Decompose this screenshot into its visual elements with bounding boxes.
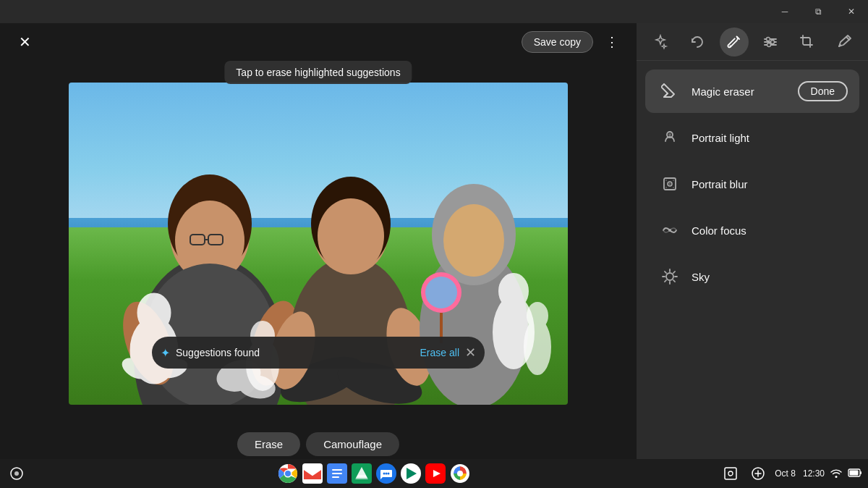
svg-point-83 xyxy=(728,471,733,476)
sky-icon xyxy=(657,264,683,290)
gmail-app-icon[interactable] xyxy=(302,463,323,484)
youtube-app-icon[interactable] xyxy=(425,463,446,484)
svg-point-50 xyxy=(665,187,667,188)
action-buttons: Erase Camouflage xyxy=(237,432,399,456)
markup-icon[interactable] xyxy=(830,28,859,56)
portrait-light-icon xyxy=(657,125,683,151)
svg-rect-82 xyxy=(725,468,736,479)
messages-app-icon[interactable] xyxy=(376,463,396,484)
svg-point-77 xyxy=(387,473,389,475)
svg-point-76 xyxy=(385,473,387,475)
svg-rect-72 xyxy=(332,476,339,478)
svg-point-20 xyxy=(443,204,504,277)
adjust-icon[interactable] xyxy=(756,28,785,56)
main-area: ✕ Save copy ⋮ Tap to erase highlighted s… xyxy=(0,23,868,459)
sky-tool[interactable]: Sky xyxy=(645,255,859,298)
svg-point-53 xyxy=(666,273,673,280)
title-bar: ─ ⧉ ✕ xyxy=(0,0,868,23)
svg-point-44 xyxy=(668,133,671,136)
battery-icon xyxy=(848,468,862,479)
taskbar-center xyxy=(27,463,720,484)
erase-button[interactable]: Erase xyxy=(237,432,300,456)
screen-capture-icon[interactable] xyxy=(720,463,741,484)
save-copy-button[interactable]: Save copy xyxy=(522,31,593,53)
add-icon[interactable] xyxy=(747,463,769,484)
svg-point-63 xyxy=(14,471,19,476)
svg-rect-70 xyxy=(332,469,342,471)
svg-point-75 xyxy=(383,473,385,475)
close-editor-button[interactable]: ✕ xyxy=(12,29,38,55)
suggestions-text: Suggestions found xyxy=(176,347,414,358)
maximize-button[interactable]: ⧉ xyxy=(801,0,835,23)
magic-eraser-label: Magic eraser xyxy=(692,85,789,98)
svg-point-51 xyxy=(673,187,674,188)
svg-point-66 xyxy=(285,471,291,476)
svg-point-52 xyxy=(668,229,671,232)
svg-point-15 xyxy=(318,198,384,274)
chrome-app-icon[interactable] xyxy=(278,463,298,484)
svg-line-61 xyxy=(673,272,675,273)
camouflage-button[interactable]: Camouflage xyxy=(306,432,399,456)
erase-all-button[interactable]: Erase all xyxy=(420,347,459,358)
portrait-light-label: Portrait light xyxy=(692,132,848,144)
minimize-button[interactable]: ─ xyxy=(768,0,801,23)
tools-list: Magic eraser Done Portrait light xyxy=(637,61,868,459)
window-close-button[interactable]: ✕ xyxy=(835,0,868,23)
svg-rect-88 xyxy=(850,470,859,475)
svg-point-33 xyxy=(527,303,548,329)
svg-point-48 xyxy=(665,180,667,181)
photo-area: ✕ Save copy ⋮ Tap to erase highlighted s… xyxy=(0,23,637,459)
portrait-blur-tool[interactable]: Portrait blur xyxy=(645,162,859,206)
sky-label: Sky xyxy=(692,271,848,283)
svg-point-81 xyxy=(457,471,463,476)
done-button[interactable]: Done xyxy=(798,81,848,101)
svg-point-47 xyxy=(669,183,671,185)
svg-line-58 xyxy=(665,272,666,273)
suggestions-sparkle-icon: ✦ xyxy=(161,346,170,360)
rotate-icon[interactable] xyxy=(683,28,712,56)
color-focus-label: Color focus xyxy=(692,224,848,237)
panel-toolbar xyxy=(637,23,868,61)
photos-app-icon[interactable] xyxy=(450,463,470,484)
portrait-light-tool[interactable]: Portrait light xyxy=(645,116,859,159)
svg-rect-71 xyxy=(332,473,342,474)
magic-eraser-icon xyxy=(657,78,683,104)
tools-icon[interactable] xyxy=(720,28,749,56)
svg-point-49 xyxy=(673,180,674,181)
right-panel: Magic eraser Done Portrait light xyxy=(637,23,868,459)
more-options-button[interactable]: ⋮ xyxy=(599,29,625,55)
svg-rect-89 xyxy=(860,471,861,474)
taskbar: Oct 8 12:30 xyxy=(0,459,868,488)
svg-point-41 xyxy=(771,40,775,43)
docs-app-icon[interactable] xyxy=(327,463,347,484)
datetime-display[interactable]: Oct 8 12:30 xyxy=(775,468,825,479)
portrait-blur-label: Portrait blur xyxy=(692,178,848,190)
color-focus-tool[interactable]: Color focus xyxy=(645,209,859,252)
svg-point-40 xyxy=(767,37,770,41)
suggestions-bar: ✦ Suggestions found Erase all ✕ xyxy=(152,337,485,369)
camera-icon[interactable] xyxy=(6,463,27,484)
crop-icon[interactable] xyxy=(793,28,822,56)
color-focus-icon xyxy=(657,217,683,243)
time-text: 12:30 xyxy=(803,468,825,479)
suggestions-close-button[interactable]: ✕ xyxy=(465,346,476,359)
portrait-blur-icon xyxy=(657,171,683,197)
drive-app-icon[interactable] xyxy=(352,463,372,484)
auto-icon[interactable] xyxy=(646,28,675,56)
photo-container: ✦ Suggestions found Erase all ✕ xyxy=(69,83,568,405)
play-app-icon[interactable] xyxy=(401,463,421,484)
top-bar-right: Save copy ⋮ xyxy=(522,29,625,55)
svg-point-25 xyxy=(138,294,170,332)
svg-point-36 xyxy=(729,45,731,46)
wifi-icon xyxy=(830,467,842,481)
magic-eraser-tool[interactable]: Magic eraser Done xyxy=(645,70,859,113)
svg-point-42 xyxy=(767,43,771,46)
svg-line-60 xyxy=(665,280,666,282)
svg-point-22 xyxy=(425,277,457,308)
taskbar-left xyxy=(6,463,27,484)
taskbar-right: Oct 8 12:30 xyxy=(720,463,862,484)
title-bar-controls: ─ ⧉ ✕ xyxy=(768,0,868,23)
photo-top-bar: ✕ Save copy ⋮ xyxy=(0,23,637,61)
erase-tooltip: Tap to erase highlighted suggestions xyxy=(224,61,412,84)
date-text: Oct 8 xyxy=(775,468,796,479)
